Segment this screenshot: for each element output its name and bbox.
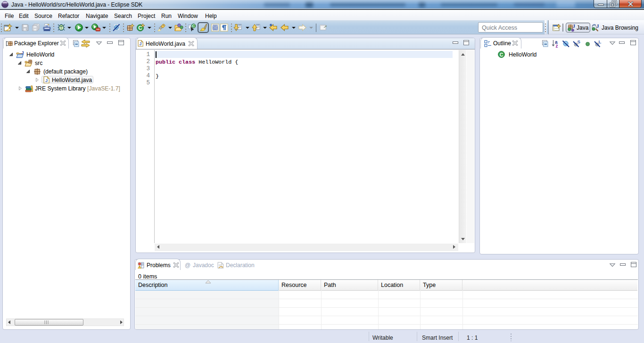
svg-text:z: z	[556, 43, 558, 49]
svg-text:J: J	[139, 41, 141, 46]
svg-text:J: J	[573, 23, 576, 29]
svg-text:L: L	[599, 39, 602, 44]
svg-text:S: S	[578, 39, 580, 44]
svg-text:C: C	[192, 24, 195, 28]
svg-text:J: J	[45, 77, 48, 82]
svg-text:C: C	[500, 52, 504, 57]
svg-text:J: J	[596, 23, 599, 29]
svg-text:J: J	[21, 50, 24, 55]
